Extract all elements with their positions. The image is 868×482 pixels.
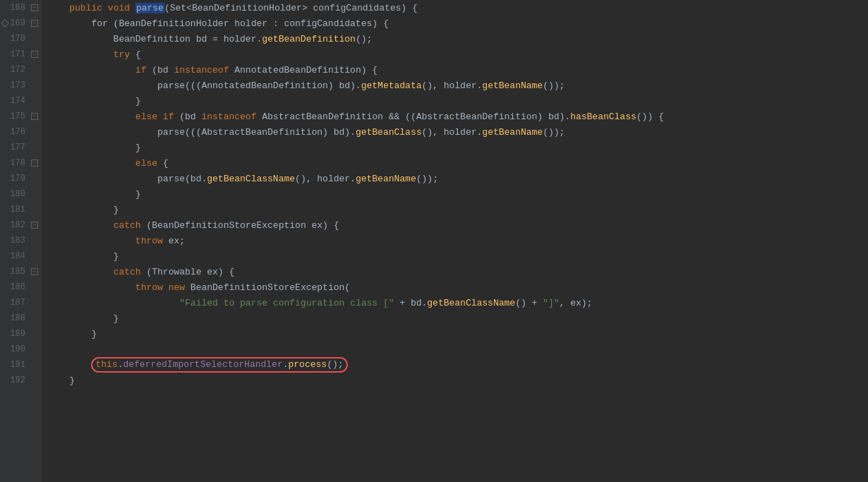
token: getMetadata	[361, 80, 422, 91]
token: {	[130, 49, 141, 60]
token	[47, 65, 135, 76]
token: BeanDefinitionStoreException(	[185, 282, 350, 293]
token: ();	[356, 34, 372, 44]
line-number: 184	[10, 251, 30, 261]
gutter-row: 177	[0, 140, 42, 155]
line-number: 180	[10, 189, 30, 199]
fold-area: −	[30, 159, 39, 167]
token: AnnotatedBeanDefinition) {	[229, 65, 378, 76]
token: parse(bd.	[47, 174, 207, 184]
gutter-row: 182−	[0, 217, 42, 233]
gutter-row: 190	[0, 342, 42, 357]
fold-area: −	[30, 51, 39, 58]
code-line: parse(((AbstractBeanDefinition) bd).getB…	[42, 124, 868, 140]
indent	[47, 360, 91, 370]
token: parse	[135, 3, 164, 13]
gutter-row: 183	[0, 233, 42, 248]
code-line: throw ex;	[42, 233, 868, 248]
code-lines[interactable]: public void parse(Set<BeanDefinitionHold…	[42, 0, 868, 482]
code-line: try {	[42, 47, 868, 62]
code-token-kw-partial: public void	[47, 3, 135, 13]
fold-icon[interactable]: −	[31, 268, 38, 275]
gutter-row: 189	[0, 326, 42, 342]
code-line: this.deferredImportSelectorHandler.proce…	[42, 357, 868, 373]
token	[47, 49, 114, 60]
token: }	[47, 205, 119, 215]
code-line: if (bd instanceof AnnotatedBeanDefinitio…	[42, 62, 868, 78]
token	[47, 112, 135, 122]
code-line	[42, 342, 868, 357]
token	[47, 267, 114, 277]
code-line: parse(bd.getBeanClassName(), holder.getB…	[42, 171, 868, 186]
code-line: throw new BeanDefinitionStoreException(	[42, 279, 868, 295]
token: else if	[135, 112, 174, 122]
token: BeanDefinition bd = holder.	[47, 34, 262, 44]
gutter-row: 191	[0, 357, 42, 373]
token: }	[47, 143, 141, 153]
gutter-row: 178−	[0, 155, 42, 171]
token: (), holder.	[422, 127, 483, 138]
token: ());	[543, 80, 565, 91]
gutter-row: 187	[0, 295, 42, 311]
token: if	[135, 65, 147, 76]
line-number: 169	[10, 18, 30, 28]
fold-area: −	[30, 268, 39, 275]
gutter-row: 169−	[0, 16, 42, 31]
token: try	[114, 49, 130, 60]
gutter-row: 173	[0, 78, 42, 93]
gutter-row: 181	[0, 202, 42, 217]
line-number: 185	[10, 267, 30, 277]
fold-icon[interactable]: −	[31, 4, 38, 11]
token	[163, 282, 169, 293]
gutter-row: 186	[0, 279, 42, 295]
token: }	[47, 189, 141, 200]
code-line: "Failed to parse configuration class [" …	[42, 295, 868, 311]
token: getBeanName	[356, 174, 416, 184]
code-line: }	[42, 202, 868, 217]
code-line: else if (bd instanceof AbstractBeanDefin…	[42, 109, 868, 124]
fold-icon[interactable]: −	[31, 51, 38, 58]
token: }	[47, 251, 119, 262]
token: getBeanClass	[356, 127, 422, 138]
code-line: }	[42, 140, 868, 155]
token: getBeanClassName	[207, 174, 295, 184]
token: throw	[135, 282, 163, 293]
line-number: 188	[10, 313, 30, 323]
gutter-row: 192	[0, 373, 42, 388]
code-line: }	[42, 248, 868, 264]
code-content: 168−169−170171−172173174175−176177178−17…	[0, 0, 868, 482]
token: hasBeanClass	[570, 112, 637, 122]
fold-icon[interactable]: −	[31, 159, 38, 167]
line-number: 177	[10, 143, 30, 152]
code-line: BeanDefinition bd = holder.getBeanDefini…	[42, 31, 868, 47]
code-line: }	[42, 326, 868, 342]
fold-icon[interactable]: −	[31, 20, 38, 27]
token: "Failed to parse configuration class ["	[179, 298, 394, 308]
code-line: }	[42, 186, 868, 202]
gutter-row: 176	[0, 124, 42, 140]
token: (BeanDefinitionStoreException ex) {	[141, 220, 339, 231]
line-number: 186	[10, 282, 30, 292]
token: (Throwable ex) {	[141, 267, 235, 277]
token: }	[47, 375, 75, 386]
token: catch	[114, 220, 141, 231]
token: }	[47, 329, 97, 339]
line-number: 181	[10, 205, 30, 215]
gutter-row: 171−	[0, 47, 42, 62]
semicolon: ();	[327, 359, 343, 370]
gutter-row: 184	[0, 248, 42, 264]
line-number: 192	[10, 375, 30, 385]
this-keyword: this	[95, 359, 117, 370]
fold-icon[interactable]: −	[31, 222, 38, 229]
line-number: 178	[10, 158, 30, 168]
token: instanceof	[201, 112, 256, 122]
fold-area: −	[30, 4, 39, 11]
line-number: 170	[10, 34, 30, 44]
method-name: process	[289, 359, 327, 370]
token: (), holder.	[422, 80, 483, 91]
line-number: 191	[10, 360, 30, 370]
gutter-row: 179	[0, 171, 42, 186]
line-number: 172	[10, 65, 30, 75]
code-line: catch (BeanDefinitionStoreException ex) …	[42, 217, 868, 233]
fold-icon[interactable]: −	[31, 113, 38, 120]
